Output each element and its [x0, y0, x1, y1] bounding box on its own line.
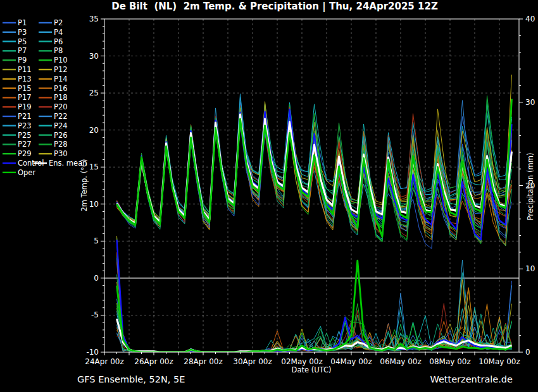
temp-member-line-P29 — [117, 111, 512, 240]
member-P20-label: P20 — [54, 102, 68, 111]
temp-member-line-P17 — [117, 110, 512, 236]
member-P21-label: P21 — [18, 112, 32, 121]
legend-item-member-P13: P13 — [3, 75, 32, 83]
member-P22-label: P22 — [54, 112, 68, 121]
precip-control-line — [117, 240, 512, 352]
x-tick-label: 08May 00z — [429, 357, 470, 366]
legend-item-member-P23: P23 — [3, 121, 32, 130]
member-P5-label: P5 — [18, 37, 27, 46]
legend-item-oper: Oper — [3, 168, 35, 177]
y-right-tick-label: 40 — [525, 15, 535, 23]
y-right-tick-label: 0 — [525, 348, 530, 357]
member-P6-label: P6 — [54, 37, 63, 46]
y-left-tick-label: 5 — [94, 236, 99, 245]
legend-item-member-P15: P15 — [3, 84, 32, 93]
y-right-tick-label: 30 — [525, 98, 535, 107]
legend-item-member-P8: P8 — [39, 46, 63, 55]
y-left-tick-label: 10 — [89, 200, 99, 209]
member-P25-label: P25 — [18, 131, 32, 140]
legend-item-member-P1: P1 — [3, 18, 27, 27]
legend-item-member-P18: P18 — [39, 93, 68, 102]
legend: P1P2P3P4P5P6P7P8P9P10P11P12P13P14P15P16P… — [3, 18, 87, 177]
member-P12-label: P12 — [54, 65, 68, 74]
y-axis-left-title: 2m Temp. (°C) — [80, 159, 89, 212]
oper-label: Oper — [18, 168, 35, 177]
legend-item-member-P26: P26 — [39, 131, 68, 140]
legend-item-member-P21: P21 — [3, 112, 32, 121]
member-P24-label: P24 — [54, 121, 68, 130]
member-P29-label: P29 — [18, 149, 32, 158]
member-P19-label: P19 — [18, 102, 32, 111]
meteogram-page: De Bilt (NL) 2m Temp. & Precipitation | … — [0, 0, 538, 392]
legend-item-member-P27: P27 — [3, 140, 32, 149]
member-P27-label: P27 — [18, 140, 32, 149]
legend-item-member-P4: P4 — [39, 28, 63, 37]
member-P9-label: P9 — [18, 56, 27, 64]
member-P14-label: P14 — [54, 75, 68, 83]
member-P30-label: P30 — [54, 149, 68, 158]
member-P8-label: P8 — [54, 46, 63, 55]
precip-member-line-P10 — [117, 238, 512, 352]
x-tick-label: 06May 00z — [380, 357, 421, 366]
temp-member-line-P27 — [117, 107, 512, 240]
legend-item-member-P9: P9 — [3, 56, 27, 64]
y-left-tick-label: 30 — [89, 52, 99, 61]
legend-item-member-P28: P28 — [39, 140, 68, 149]
member-P10-label: P10 — [54, 56, 68, 64]
precip-member-line-P26 — [117, 242, 512, 352]
y-axis-right-title: Precipitation (mm) — [526, 153, 535, 221]
legend-item-member-P20: P20 — [39, 102, 68, 111]
legend-item-member-P16: P16 — [39, 84, 68, 93]
y-left-tick-label: 0 — [94, 274, 99, 283]
legend-item-member-P29: P29 — [3, 149, 32, 158]
legend-item-member-P3: P3 — [3, 28, 27, 37]
temp-member-line-P11 — [117, 110, 512, 230]
temp-member-line-P1 — [117, 109, 512, 238]
member-P28-label: P28 — [54, 140, 68, 149]
x-axis-title: Date (UTC) — [292, 365, 332, 374]
chart-title: De Bilt (NL) 2m Temp. & Precipitation | … — [111, 1, 438, 13]
x-tick-label: 26Apr 00z — [134, 357, 173, 366]
y-left-tick-label: 20 — [89, 126, 99, 135]
precip-member-line-P8 — [117, 274, 512, 352]
member-P13-label: P13 — [18, 75, 32, 83]
x-tick-label: 30Apr 00z — [233, 357, 272, 366]
y-left-tick-label: -10 — [86, 348, 99, 357]
y-left-tick-label: 25 — [89, 89, 99, 97]
x-tick-label: 24Apr 00z — [85, 357, 123, 366]
data-series — [117, 75, 512, 352]
legend-item-member-P22: P22 — [39, 112, 68, 121]
member-P17-label: P17 — [18, 93, 32, 102]
member-P2-label: P2 — [54, 18, 63, 27]
precip-member-line-P9 — [117, 238, 512, 352]
legend-item-member-P7: P7 — [3, 46, 27, 55]
y-right-tick-label: 10 — [525, 264, 535, 273]
x-tick-label: 02May 00z — [281, 357, 322, 366]
legend-item-member-P14: P14 — [39, 75, 68, 83]
y-left-tick-label: -5 — [91, 310, 99, 319]
legend-item-member-P19: P19 — [3, 102, 32, 111]
legend-item-member-P2: P2 — [39, 18, 63, 27]
member-P26-label: P26 — [54, 131, 68, 140]
footer-brand: Wetterzentrale.de — [430, 374, 513, 384]
member-P23-label: P23 — [18, 121, 32, 130]
y-left-tick-label: 15 — [89, 162, 99, 171]
member-P3-label: P3 — [18, 28, 27, 37]
member-P16-label: P16 — [54, 84, 68, 93]
legend-item-member-P24: P24 — [39, 121, 68, 130]
legend-item-member-P6: P6 — [39, 37, 63, 46]
x-tick-label: 28Apr 00z — [184, 357, 222, 366]
precip-member-line-P30 — [117, 236, 512, 352]
member-P1-label: P1 — [18, 18, 27, 27]
legend-item-member-P11: P11 — [3, 65, 32, 74]
legend-item-member-P5: P5 — [3, 37, 27, 46]
member-P11-label: P11 — [18, 65, 32, 74]
temp-member-line-P22 — [117, 101, 512, 231]
y-left-tick-label: 35 — [89, 15, 99, 23]
legend-item-member-P12: P12 — [39, 65, 68, 74]
legend-item-member-P10: P10 — [39, 56, 68, 64]
member-P15-label: P15 — [18, 84, 32, 93]
x-tick-label: 10May 00z — [479, 357, 520, 366]
member-P4-label: P4 — [54, 28, 63, 37]
member-P18-label: P18 — [54, 93, 68, 102]
